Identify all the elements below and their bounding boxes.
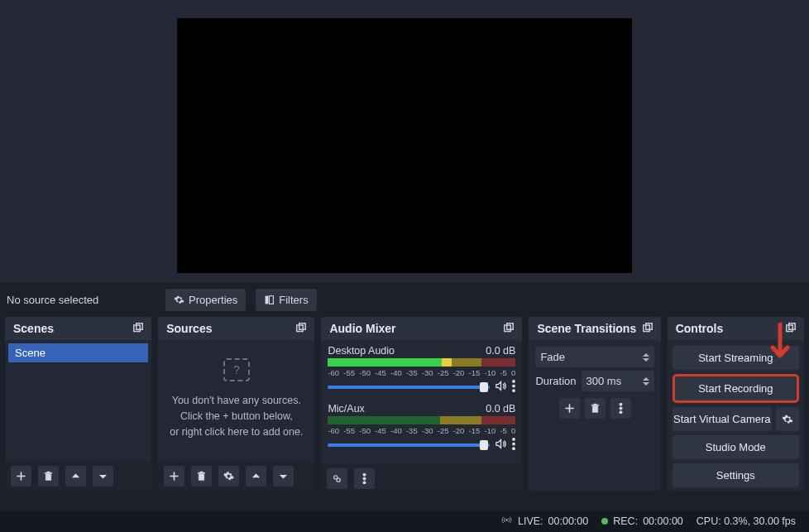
- gear-icon: [174, 295, 184, 305]
- svg-point-21: [619, 403, 621, 405]
- delete-source-button[interactable]: [191, 466, 212, 486]
- rec-label: REC:: [613, 515, 638, 527]
- question-icon: ?: [223, 358, 250, 381]
- settings-button[interactable]: Settings: [673, 463, 799, 487]
- mixer-title: Audio Mixer: [329, 322, 395, 335]
- svg-point-16: [363, 473, 366, 476]
- mixer-channel-mic: Mic/Aux0.0 dB -60-55-50-45-40-35-30-25-2…: [328, 403, 515, 453]
- transitions-title: Scene Transitions: [537, 322, 636, 335]
- mixer-header: Audio Mixer: [321, 317, 522, 340]
- source-up-button[interactable]: [246, 466, 266, 486]
- status-cpu: CPU: 0.3%, 30.00 fps: [697, 515, 796, 527]
- properties-label: Properties: [189, 294, 237, 306]
- scenes-footer: [5, 462, 151, 491]
- svg-point-26: [506, 520, 508, 521]
- duration-input[interactable]: 300 ms: [582, 371, 654, 391]
- duration-value: 300 ms: [586, 375, 622, 387]
- mixer-footer: [321, 464, 522, 491]
- sources-empty[interactable]: ? You don't have any sources. Click the …: [158, 340, 314, 462]
- sources-empty-line2: Click the + button below,: [161, 409, 311, 424]
- live-label: LIVE:: [518, 515, 543, 527]
- properties-button[interactable]: Properties: [165, 289, 246, 311]
- svg-point-11: [513, 438, 516, 441]
- speaker-icon[interactable]: [495, 380, 507, 395]
- filters-label: Filters: [279, 294, 308, 306]
- speaker-icon[interactable]: [495, 438, 507, 453]
- start-recording-button[interactable]: Start Recording: [673, 374, 799, 403]
- scenes-dock: Scenes Scene: [5, 317, 151, 491]
- scenes-title: Scenes: [13, 322, 54, 335]
- svg-point-18: [363, 482, 366, 484]
- volume-slider[interactable]: [328, 443, 490, 447]
- mid-toolbar: No source selected Properties Filters: [0, 282, 809, 317]
- audio-meter: [328, 358, 515, 367]
- status-live: LIVE: 00:00:00: [500, 515, 588, 528]
- sources-empty-line3: or right click here to add one.: [161, 424, 311, 440]
- svg-point-12: [513, 443, 516, 446]
- controls-header: Controls: [668, 317, 804, 340]
- add-transition-button[interactable]: [559, 398, 580, 419]
- source-down-button[interactable]: [273, 466, 294, 486]
- preview-area: [0, 0, 809, 282]
- db-scale: -60-55-50-45-40-35-30-25-20-15-10-50: [328, 426, 515, 435]
- duration-label: Duration: [535, 375, 576, 387]
- scene-down-button[interactable]: [93, 466, 113, 486]
- popout-icon[interactable]: [643, 322, 653, 335]
- svg-point-8: [513, 380, 516, 383]
- popout-icon[interactable]: [296, 322, 306, 335]
- start-virtual-camera-button[interactable]: Start Virtual Camera: [673, 407, 772, 431]
- mixer-menu-button[interactable]: [354, 468, 375, 489]
- svg-rect-1: [270, 295, 274, 304]
- preview-canvas[interactable]: [177, 18, 632, 273]
- controls-body: Start Streaming Start Recording Start Vi…: [668, 340, 804, 491]
- add-source-button[interactable]: [164, 466, 184, 486]
- channel-db: 0.0 dB: [486, 403, 515, 415]
- transitions-body: Fade Duration 300 ms: [529, 340, 660, 491]
- transition-menu-button[interactable]: [610, 398, 631, 419]
- volume-slider[interactable]: [328, 386, 490, 389]
- channel-db: 0.0 dB: [486, 345, 515, 357]
- scene-up-button[interactable]: [65, 466, 86, 486]
- rec-time: 00:00:00: [643, 515, 683, 527]
- svg-rect-0: [266, 295, 269, 304]
- scene-item[interactable]: Scene: [8, 343, 148, 362]
- sources-header: Sources: [158, 317, 314, 340]
- status-bar: LIVE: 00:00:00 REC: 00:00:00 CPU: 0.3%, …: [0, 510, 809, 532]
- studio-mode-button[interactable]: Studio Mode: [673, 435, 799, 459]
- virtual-camera-settings-button[interactable]: [776, 407, 799, 431]
- mixer-channel-desktop: Desktop Audio0.0 dB -60-55-50-45-40-35-3…: [328, 345, 515, 395]
- db-scale: -60-55-50-45-40-35-30-25-20-15-10-50: [328, 368, 515, 377]
- add-scene-button[interactable]: [11, 466, 31, 486]
- controls-title: Controls: [676, 322, 724, 335]
- broadcast-icon: [500, 515, 513, 528]
- transitions-dock: Scene Transitions Fade Duration 300 ms: [529, 317, 660, 491]
- svg-point-17: [363, 477, 366, 480]
- source-properties-button[interactable]: [218, 466, 239, 486]
- mixer-body: Desktop Audio0.0 dB -60-55-50-45-40-35-3…: [321, 340, 522, 464]
- transition-select[interactable]: Fade: [535, 347, 653, 367]
- popout-icon[interactable]: [786, 322, 796, 335]
- transitions-header: Scene Transitions: [529, 317, 660, 340]
- popout-icon[interactable]: [504, 322, 514, 335]
- start-streaming-button[interactable]: Start Streaming: [673, 346, 799, 370]
- sources-title: Sources: [166, 322, 212, 335]
- popout-icon[interactable]: [133, 322, 143, 335]
- delete-transition-button[interactable]: [585, 398, 606, 419]
- scenes-header: Scenes: [5, 317, 151, 340]
- channel-name: Desktop Audio: [328, 345, 395, 357]
- svg-point-10: [513, 389, 516, 392]
- svg-point-23: [619, 411, 621, 414]
- mixer-advanced-button[interactable]: [327, 468, 347, 489]
- sources-dock: Sources ? You don't have any sources. Cl…: [158, 317, 314, 491]
- transition-selected: Fade: [540, 351, 565, 363]
- filters-button[interactable]: Filters: [256, 289, 316, 311]
- rec-dot-icon: [601, 518, 608, 525]
- delete-scene-button[interactable]: [38, 466, 59, 486]
- filter-icon: [264, 295, 275, 305]
- kebab-icon[interactable]: [512, 438, 515, 453]
- sources-footer: [158, 462, 314, 491]
- no-source-label: No source selected: [7, 294, 156, 306]
- svg-point-22: [619, 407, 621, 410]
- scenes-list[interactable]: Scene: [5, 340, 151, 462]
- kebab-icon[interactable]: [512, 380, 515, 395]
